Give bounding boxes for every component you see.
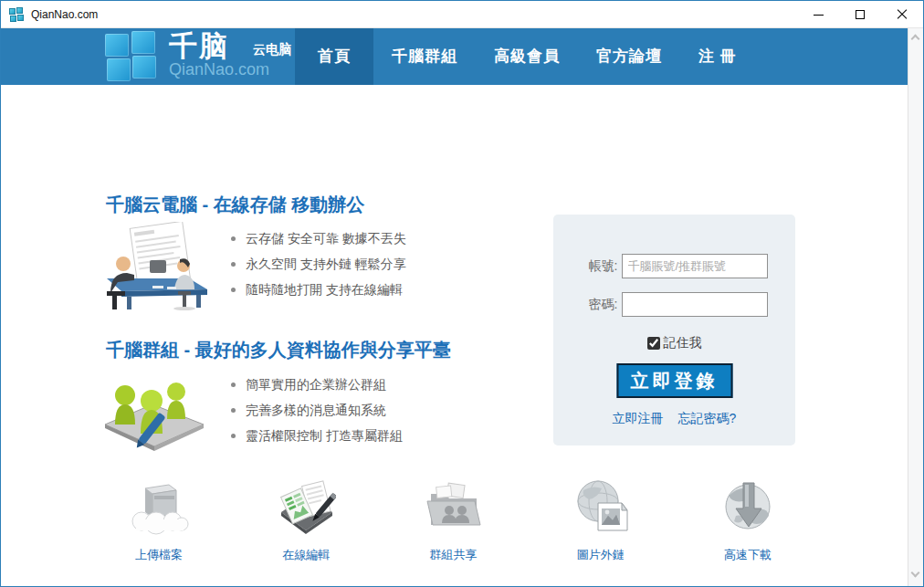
nav-item-register[interactable]: 注 冊 (680, 28, 755, 85)
cloud-pc-heading: 千腦云電腦 - 在線存儲 移動辦公 (106, 193, 364, 217)
logo-suffix: 云电脑 (253, 42, 291, 58)
nav-item-forum[interactable]: 官方論壇 (578, 28, 680, 85)
feature-image-link[interactable]: 圖片外鏈 (541, 477, 660, 563)
page-content: 千腦云電腦 - 在線存儲 移動辦公 (1, 85, 908, 587)
app-window: QianNao.com 千脑 云电脑 QianNao.com 首頁 千腦群組 高… (0, 0, 924, 587)
remember-label: 記住我 (664, 335, 702, 351)
scroll-up-icon[interactable] (912, 34, 919, 41)
minimize-icon (814, 15, 824, 16)
nav-item-home[interactable]: 首頁 (295, 28, 373, 85)
login-button[interactable]: 立即登錄 (616, 363, 732, 398)
image-link-globe-icon (571, 477, 631, 538)
account-label: 帳號: (582, 258, 618, 275)
password-label: 密碼: (582, 297, 618, 313)
site-logo[interactable]: 千脑 云电脑 QianNao.com (105, 31, 315, 82)
main-navbar: 千脑 云电脑 QianNao.com 首頁 千腦群組 高級會員 官方論壇 注 冊 (1, 28, 908, 85)
office-desk-illustration (100, 222, 216, 317)
vertical-scrollbar[interactable] (908, 28, 923, 587)
bullet-item: 云存儲 安全可靠 數據不丟失 (231, 225, 406, 251)
nav-item-premium[interactable]: 高級會員 (476, 28, 578, 85)
maximize-button[interactable] (839, 1, 881, 28)
group-figures-illustration (100, 364, 209, 456)
features-row: 上傳檔案 (100, 477, 807, 563)
password-input[interactable] (622, 292, 768, 317)
feature-label[interactable]: 上傳檔案 (135, 547, 183, 563)
scroll-down-icon[interactable] (912, 571, 919, 578)
bullet-item: 完善多樣的消息通知系統 (231, 397, 403, 423)
feature-label[interactable]: 群組共享 (430, 547, 478, 563)
window-title: QianNao.com (31, 8, 98, 21)
feature-label[interactable]: 在線編輯 (282, 547, 330, 563)
forgot-password-link[interactable]: 忘記密碼? (678, 411, 737, 427)
remember-checkbox[interactable] (647, 337, 660, 350)
groups-bullet-list: 簡單實用的企業辦公群組 完善多樣的消息通知系統 靈活權限控制 打造專屬群組 (231, 372, 403, 448)
register-link[interactable]: 立即注冊 (613, 411, 664, 427)
account-input[interactable] (622, 254, 768, 278)
feature-label[interactable]: 高速下載 (724, 547, 772, 563)
maximize-icon (856, 10, 865, 19)
logo-name: 千脑 (169, 30, 229, 62)
nav-item-groups[interactable]: 千腦群組 (373, 28, 476, 85)
logo-squares-icon (105, 31, 158, 82)
cloud-pc-bullet-list: 云存儲 安全可靠 數據不丟失 永久空間 支持外鏈 輕鬆分享 隨時隨地打開 支持在… (231, 225, 406, 302)
bullet-item: 靈活權限控制 打造專屬群組 (231, 423, 403, 448)
feature-group-share[interactable]: 群組共享 (394, 477, 513, 563)
bullet-item: 簡單實用的企業辦公群組 (231, 372, 403, 397)
group-share-folder-icon (424, 477, 484, 538)
login-panel: 帳號: 密碼: 記住我 立即登錄 立即注冊 忘記密碼? (553, 215, 795, 445)
download-globe-icon (718, 477, 778, 538)
nav-menu: 首頁 千腦群組 高級會員 官方論壇 注 冊 (295, 28, 755, 85)
close-icon (897, 9, 908, 20)
feature-upload[interactable]: 上傳檔案 (100, 477, 218, 563)
close-button[interactable] (881, 1, 923, 28)
feature-download[interactable]: 高速下載 (688, 477, 807, 563)
groups-heading: 千腦群組 - 最好的多人資料協作與分享平臺 (106, 338, 451, 362)
app-logo-icon (9, 7, 24, 22)
feature-online-edit[interactable]: 在線編輯 (247, 477, 365, 563)
title-bar: QianNao.com (1, 1, 923, 28)
bullet-item: 永久空間 支持外鏈 輕鬆分享 (231, 251, 406, 277)
minimize-button[interactable] (797, 1, 839, 28)
logo-domain: QianNao.com (169, 60, 315, 79)
feature-label[interactable]: 圖片外鏈 (577, 547, 625, 563)
online-edit-icon (276, 477, 336, 538)
cloud-upload-icon (129, 477, 189, 538)
bullet-item: 隨時隨地打開 支持在線編輯 (231, 277, 406, 302)
